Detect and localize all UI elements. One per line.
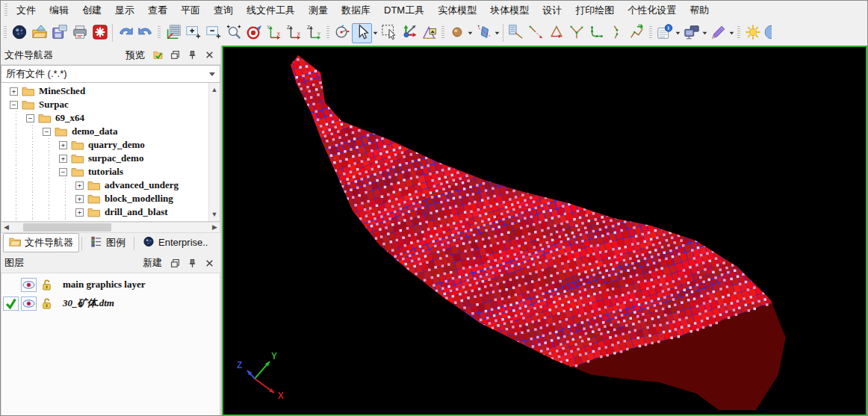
layer-row[interactable]: main graphics layer <box>3 276 218 294</box>
close-panel-icon[interactable] <box>202 256 217 270</box>
menu-8[interactable]: 线文件工具 <box>240 1 302 19</box>
eye-icon[interactable] <box>21 278 37 292</box>
float-panel-icon[interactable] <box>168 256 182 270</box>
lock-open-icon[interactable] <box>39 297 55 311</box>
lighting-button[interactable] <box>743 23 763 43</box>
menu-7[interactable]: 查询 <box>207 1 240 19</box>
expand-icon[interactable]: + <box>75 208 84 217</box>
point-marker-button[interactable] <box>447 23 467 43</box>
menu-15[interactable]: 打印绘图 <box>568 1 621 19</box>
segment-break-button[interactable] <box>526 23 546 43</box>
scroll-up-icon[interactable]: ▲ <box>210 84 220 94</box>
menu-1[interactable]: 文件 <box>10 1 43 19</box>
tree-item-dtm_surfaces[interactable]: +dtm_surfaces <box>1 219 208 221</box>
layer-row[interactable]: 30_矿体.dtm <box>3 294 218 313</box>
select-tool-button[interactable] <box>352 23 372 43</box>
menu-12[interactable]: 实体模型 <box>431 1 483 19</box>
scroll-left-icon[interactable]: ◀ <box>1 223 11 232</box>
tree-item-MineSched[interactable]: +MineSched <box>1 84 208 98</box>
reset-graphics-button[interactable] <box>90 23 110 43</box>
tab-file-navigator[interactable]: 文件导航器 <box>3 233 79 252</box>
save-button[interactable] <box>49 23 69 43</box>
segment-create-button[interactable] <box>586 23 607 43</box>
toolbar-grip[interactable] <box>158 26 161 40</box>
segment-split-button[interactable] <box>607 23 627 43</box>
tree-item-advanced_underg[interactable]: +advanced_underg <box>1 178 208 192</box>
scroll-down-icon[interactable]: ▼ <box>210 210 220 220</box>
tab-legend[interactable]: 图例 <box>84 233 131 252</box>
chevron-down-icon[interactable] <box>494 23 500 43</box>
collapse-icon[interactable]: − <box>43 128 51 136</box>
menu-17[interactable]: 帮助 <box>683 1 716 19</box>
chevron-down-icon[interactable] <box>701 23 708 43</box>
segment-properties-button[interactable] <box>506 23 526 43</box>
preview-refresh-icon[interactable] <box>151 48 165 62</box>
pin-panel-icon[interactable] <box>185 256 199 270</box>
clip-plane-button[interactable] <box>474 23 494 43</box>
print-button[interactable] <box>69 23 90 43</box>
scrollbar-thumb[interactable] <box>23 223 111 232</box>
orbit-view-button[interactable] <box>332 23 352 43</box>
toolbar-grip[interactable] <box>326 26 329 40</box>
collapse-icon[interactable]: − <box>26 114 34 122</box>
display-settings-button[interactable] <box>681 23 701 43</box>
tree-item-drill_and_blast[interactable]: +drill_and_blast <box>1 205 208 219</box>
scroll-right-icon[interactable]: ▶ <box>210 223 220 232</box>
close-panel-icon[interactable] <box>202 48 217 62</box>
menu-2[interactable]: 编辑 <box>43 1 75 19</box>
menu-16[interactable]: 个性化设置 <box>621 1 683 19</box>
edit-pencil-button[interactable] <box>708 23 728 43</box>
tree-vertical-scrollbar[interactable]: ▲ ▼ <box>208 83 220 221</box>
chevron-down-icon[interactable] <box>728 23 735 43</box>
eye-icon[interactable] <box>21 297 37 311</box>
expand-icon[interactable]: + <box>75 195 84 203</box>
expand-icon[interactable]: + <box>10 87 18 96</box>
expand-icon[interactable]: + <box>59 141 67 149</box>
snap-corner-button[interactable] <box>419 23 439 43</box>
tree-item-block_modelling[interactable]: +block_modelling <box>1 192 208 205</box>
menu-14[interactable]: 设计 <box>536 1 568 19</box>
box-select-button[interactable] <box>379 23 399 43</box>
view-plane-xy-button[interactable]: YX <box>264 23 284 43</box>
zoom-out-button[interactable] <box>203 23 223 43</box>
segment-close-button[interactable] <box>546 23 566 43</box>
menu-5[interactable]: 查看 <box>141 1 174 19</box>
zoom-grid-button[interactable] <box>163 23 183 43</box>
chevron-down-icon[interactable] <box>675 23 681 43</box>
toolbar-grip[interactable] <box>649 26 652 40</box>
undo-button[interactable] <box>115 23 135 43</box>
expand-icon[interactable]: + <box>75 181 84 190</box>
menu-11[interactable]: DTM工具 <box>377 1 431 19</box>
properties-button[interactable]: i <box>654 23 675 43</box>
surpac-globe-button[interactable] <box>9 23 29 43</box>
view-plane-zy-button[interactable]: ZY <box>304 23 324 43</box>
layer-active-checkbox[interactable] <box>3 297 19 311</box>
menu-13[interactable]: 块体模型 <box>483 1 536 19</box>
new-layer-button[interactable]: 新建 <box>140 255 165 270</box>
tree-item-tutorials[interactable]: −tutorials <box>1 165 208 178</box>
tree-item-quarry_demo[interactable]: +quarry_demo <box>1 138 208 152</box>
segment-join-button[interactable] <box>566 23 586 43</box>
toolbar-grip[interactable] <box>737 26 740 40</box>
preview-button[interactable]: 预览 <box>123 48 148 63</box>
chevron-down-icon[interactable] <box>467 23 474 43</box>
collapse-icon[interactable]: − <box>59 168 67 176</box>
menu-9[interactable]: 测量 <box>302 1 335 19</box>
move-3d-button[interactable] <box>399 23 419 43</box>
float-panel-icon[interactable] <box>168 48 182 62</box>
zoom-extents-button[interactable] <box>244 23 264 43</box>
menu-10[interactable]: 数据库 <box>335 1 377 19</box>
tree-item-surpac_demo[interactable]: +surpac_demo <box>1 152 208 165</box>
segment-renumber-button[interactable]: +1 <box>627 23 647 43</box>
menu-6[interactable]: 平面 <box>174 1 207 19</box>
tree-horizontal-scrollbar[interactable]: ◀ ▶ <box>1 222 220 233</box>
graphics-canvas[interactable] <box>223 47 866 415</box>
collapse-icon[interactable]: − <box>10 101 18 109</box>
toolbar-grip[interactable] <box>4 26 7 40</box>
menu-4[interactable]: 显示 <box>108 1 141 19</box>
pin-panel-icon[interactable] <box>185 48 199 62</box>
menu-3[interactable]: 创建 <box>75 1 108 19</box>
view-plane-zx-button[interactable]: ZX <box>284 23 304 43</box>
toolbar-grip[interactable] <box>441 26 444 40</box>
layer-checkbox-empty[interactable] <box>3 278 19 292</box>
